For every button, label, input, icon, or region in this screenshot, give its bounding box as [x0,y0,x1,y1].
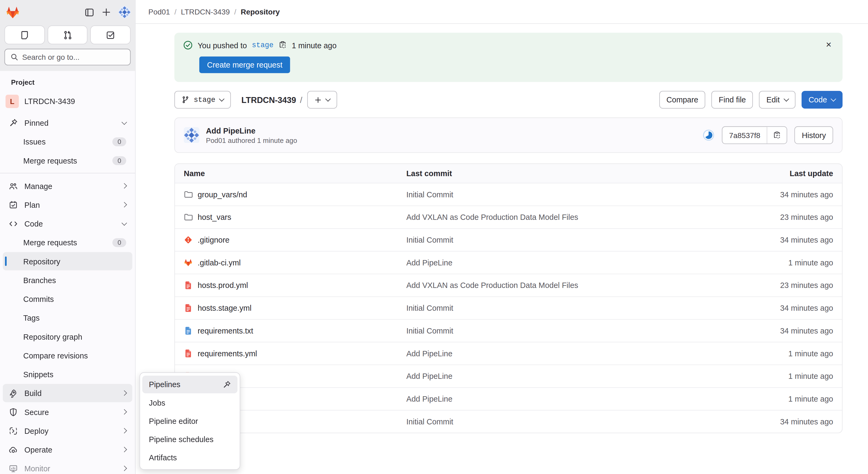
chevron-down-icon [783,96,789,101]
file-table: Name Last commit Last update group_vars/… [175,164,842,433]
merge-requests-shortcut-button[interactable] [48,26,88,44]
file-table-header: Name Last commit Last update [175,164,842,183]
chevron-right-icon [122,184,126,188]
pin-icon[interactable] [223,380,231,389]
copy-branch-icon[interactable] [278,41,287,49]
sidebar-nav: Project L LTRDCN-3439 Pinned Issues 0 Me… [0,71,135,474]
table-row[interactable]: group_vars/nd Initial Commit 34 minutes … [175,183,842,206]
table-row[interactable]: Initial Commit 34 minutes ago [175,410,842,433]
flyout-item-jobs[interactable]: Jobs [142,394,237,412]
sidebar-item-code[interactable]: Code [3,214,132,233]
breadcrumb-project[interactable]: LTRDCN-3439 [181,7,229,16]
project-name: LTRDCN-3439 [24,97,75,106]
table-row[interactable]: .gitlab-ci.yml Add PipeLine 1 minute ago [175,251,842,274]
commit-meta: Pod01 authored 1 minute ago [206,137,297,144]
sidebar-item-snippets[interactable]: Snippets [3,365,132,383]
plus-icon[interactable] [102,8,111,17]
find-file-button[interactable]: Find file [712,91,753,109]
sidebar-item-merge-requests[interactable]: Merge requests 0 [3,233,132,251]
search-input[interactable]: Search or go to... [5,49,131,65]
history-button[interactable]: History [795,126,833,144]
close-icon[interactable]: × [823,39,835,50]
sidebar-item-operate[interactable]: Operate [3,441,132,459]
merge-requests-count-badge: 0 [113,238,126,247]
folder-icon [184,213,193,221]
flyout-item-pipelines[interactable]: Pipelines [142,376,237,393]
sidebar-item-tags[interactable]: Tags [3,308,132,327]
sidebar-item-compare-revisions[interactable]: Compare revisions [3,346,132,364]
flyout-item-pipeline-schedules[interactable]: Pipeline schedules [142,431,237,448]
flyout-item-pipeline-editor[interactable]: Pipeline editor [142,412,237,430]
sidebar-item-repository[interactable]: Repository [3,252,132,270]
pipeline-status-running-icon[interactable] [703,129,714,141]
rocket-icon [9,389,18,397]
table-row[interactable]: Add PipeLine 1 minute ago [175,387,842,410]
banner-time: 1 minute ago [292,41,337,50]
sidebar-item-manage[interactable]: Manage [3,177,132,195]
pin-icon [9,118,18,127]
todo-check-icon [106,30,115,40]
commit-sha-group: 7a8537f8 [722,126,787,144]
chevron-right-icon [122,391,126,395]
branch-link[interactable]: stage [252,41,274,49]
sidebar-item-deploy[interactable]: Deploy [3,421,132,440]
merge-request-icon [63,30,72,40]
chevron-right-icon [122,410,126,414]
commit-author-avatar [184,127,199,143]
yaml-file-icon [184,349,193,358]
calendar-icon [9,200,18,209]
flyout-item-artifacts[interactable]: Artifacts [142,449,237,467]
shield-icon [9,408,18,416]
gitlab-logo-icon[interactable] [6,5,20,19]
sidebar-toggle-icon[interactable] [85,7,94,17]
table-row[interactable]: requirements.txt Initial Commit 34 minut… [175,319,842,342]
breadcrumb-group[interactable]: Pod01 [148,7,170,16]
sidebar-item-monitor[interactable]: Monitor [3,459,132,474]
chevron-right-icon [122,448,126,451]
table-row[interactable]: requirements.yml Add PipeLine 1 minute a… [175,342,842,365]
table-row[interactable]: host_vars Add VXLAN as Code Production D… [175,206,842,229]
create-merge-request-button[interactable]: Create merge request [199,57,290,73]
issues-shortcut-button[interactable] [5,26,45,44]
git-file-icon [184,235,193,244]
sidebar-item-secure[interactable]: Secure [3,403,132,421]
issues-count-badge: 0 [113,137,126,146]
user-avatar[interactable] [118,6,130,18]
repo-path: LTRDCN-3439/ [241,95,306,104]
main-area: Pod01 / LTRDCN-3439 / Repository You pus… [135,0,868,474]
chevron-down-icon [219,96,224,101]
gitlab-repository-page: Search or go to... Project L LTRDCN-3439… [0,0,868,474]
table-row[interactable]: test.yml Add PipeLine 1 minute ago [175,365,842,387]
code-button[interactable]: Code [801,91,842,109]
table-row[interactable]: .gitignore Initial Commit 34 minutes ago [175,228,842,251]
sidebar-item-repository-graph[interactable]: Repository graph [3,327,132,346]
commit-title[interactable]: Add PipeLine [206,126,297,135]
sidebar-project[interactable]: L LTRDCN-3439 [0,92,135,113]
monitor-icon [9,464,18,473]
sidebar-section-label: Project [0,77,135,92]
last-commit-card: Add PipeLine Pod01 authored 1 minute ago… [175,117,842,153]
sidebar-item-commits[interactable]: Commits [3,290,132,308]
commit-sha: 7a8537f8 [722,127,767,143]
chevron-down-icon [122,223,126,225]
sidebar-item-plan[interactable]: Plan [3,196,132,214]
banner-message: You pushed to [198,41,247,50]
yaml-file-icon [184,281,193,290]
table-row[interactable]: hosts.stage.yml Initial Commit 34 minute… [175,296,842,319]
branch-selector-button[interactable]: stage [175,91,231,109]
table-row[interactable]: hosts.prod.yml Add VXLAN as Code Product… [175,274,842,297]
todo-shortcut-button[interactable] [91,26,131,44]
sidebar-item-build[interactable]: Build [3,384,132,402]
build-flyout-menu: Pipelines Jobs Pipeline editor Pipeline … [140,373,240,470]
add-file-button[interactable] [307,91,337,109]
column-header-last-commit: Last commit [406,169,739,178]
chevron-right-icon [122,203,126,206]
sidebar-item-pinned[interactable]: Pinned [3,114,132,132]
compare-button[interactable]: Compare [659,91,706,109]
column-header-last-update: Last update [739,169,833,178]
copy-sha-icon[interactable] [767,127,787,143]
edit-button[interactable]: Edit [759,91,796,109]
sidebar-item-issues[interactable]: Issues 0 [3,132,132,151]
sidebar-item-merge-requests-pinned[interactable]: Merge requests 0 [3,151,132,170]
sidebar-item-branches[interactable]: Branches [3,271,132,289]
